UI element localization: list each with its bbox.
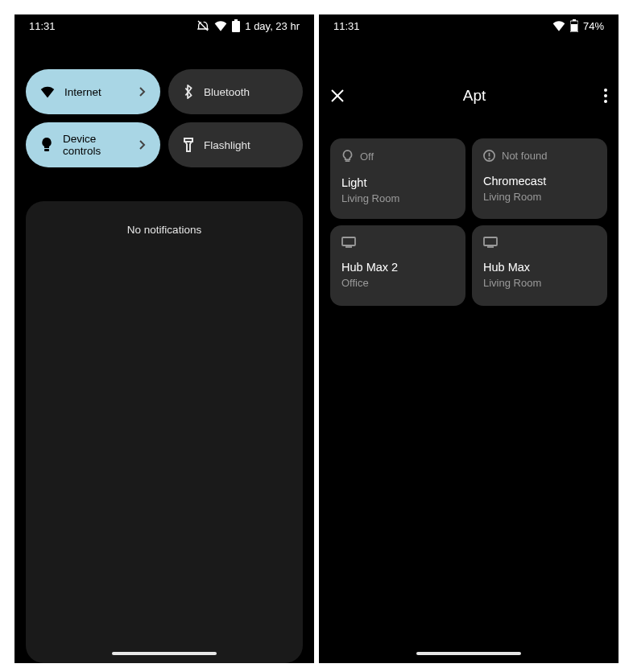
device-card-chromecast[interactable]: Not found Chromecast Living Room bbox=[472, 138, 607, 219]
screen-icon bbox=[341, 237, 356, 248]
bluetooth-icon bbox=[183, 85, 194, 99]
qs-tile-label: Device controls bbox=[63, 133, 130, 157]
device-name: Light bbox=[341, 176, 454, 189]
screen-icon bbox=[483, 237, 498, 248]
notifications-panel[interactable]: No notifications bbox=[26, 201, 303, 663]
device-name: Hub Max 2 bbox=[341, 261, 454, 274]
svg-point-11 bbox=[604, 94, 607, 97]
qs-tile-label: Internet bbox=[64, 86, 130, 98]
svg-rect-3 bbox=[44, 149, 49, 151]
wifi-icon bbox=[40, 85, 55, 98]
chevron-right-icon bbox=[139, 87, 146, 97]
phone-quick-settings: 11:31 1 day, 23 hr Internet bbox=[14, 14, 314, 663]
device-status: Off bbox=[360, 150, 374, 163]
svg-point-16 bbox=[489, 159, 490, 159]
device-name: Chromecast bbox=[483, 175, 596, 188]
flashlight-icon bbox=[183, 138, 194, 152]
battery-icon bbox=[570, 19, 578, 32]
svg-rect-6 bbox=[571, 24, 577, 31]
device-card-hub-max[interactable]: Hub Max Living Room bbox=[472, 225, 607, 306]
device-status: Not found bbox=[502, 150, 547, 162]
svg-rect-1 bbox=[232, 21, 240, 32]
status-battery-text: 1 day, 23 hr bbox=[245, 20, 300, 32]
apt-title: Apt bbox=[463, 87, 486, 105]
svg-point-10 bbox=[604, 89, 607, 92]
status-time: 11:31 bbox=[29, 20, 56, 32]
svg-rect-7 bbox=[573, 19, 576, 21]
device-card-hub-max-2[interactable]: Hub Max 2 Office bbox=[330, 225, 465, 306]
qs-tile-label: Flashlight bbox=[204, 139, 288, 151]
device-room: Office bbox=[341, 277, 454, 289]
device-room: Living Room bbox=[483, 277, 596, 289]
status-bar: 11:31 1 day, 23 hr bbox=[14, 14, 314, 37]
qs-tile-label: Bluetooth bbox=[204, 86, 288, 98]
qs-tile-flashlight[interactable]: Flashlight bbox=[168, 122, 303, 167]
alert-icon bbox=[483, 150, 495, 162]
qs-tile-bluetooth[interactable]: Bluetooth bbox=[168, 69, 303, 114]
chevron-right-icon bbox=[139, 140, 146, 150]
dnd-icon bbox=[197, 19, 209, 32]
device-room: Living Room bbox=[483, 191, 596, 203]
svg-rect-4 bbox=[184, 138, 192, 142]
home-indicator[interactable] bbox=[416, 652, 521, 655]
close-icon[interactable] bbox=[330, 89, 345, 103]
wifi-status-icon bbox=[214, 20, 227, 31]
phone-device-controls: 11:31 74% Apt bbox=[319, 14, 619, 663]
wifi-status-icon bbox=[552, 20, 565, 31]
bulb-outline-icon bbox=[341, 150, 354, 163]
svg-rect-2 bbox=[234, 19, 238, 21]
status-battery-text: 74% bbox=[583, 20, 604, 32]
svg-rect-17 bbox=[342, 237, 355, 245]
device-card-light[interactable]: Off Light Living Room bbox=[330, 138, 465, 219]
home-indicator[interactable] bbox=[112, 652, 217, 655]
svg-point-12 bbox=[604, 100, 607, 103]
more-icon[interactable] bbox=[604, 89, 607, 103]
svg-rect-19 bbox=[484, 237, 497, 245]
bulb-icon bbox=[40, 138, 53, 152]
device-name: Hub Max bbox=[483, 261, 596, 274]
status-time: 11:31 bbox=[333, 20, 360, 32]
status-bar: 11:31 74% bbox=[319, 14, 619, 37]
qs-tile-internet[interactable]: Internet bbox=[26, 69, 160, 114]
battery-icon bbox=[232, 19, 240, 32]
device-room: Living Room bbox=[341, 192, 454, 204]
no-notifications-text: No notifications bbox=[127, 224, 201, 236]
qs-tile-device-controls[interactable]: Device controls bbox=[26, 122, 160, 167]
